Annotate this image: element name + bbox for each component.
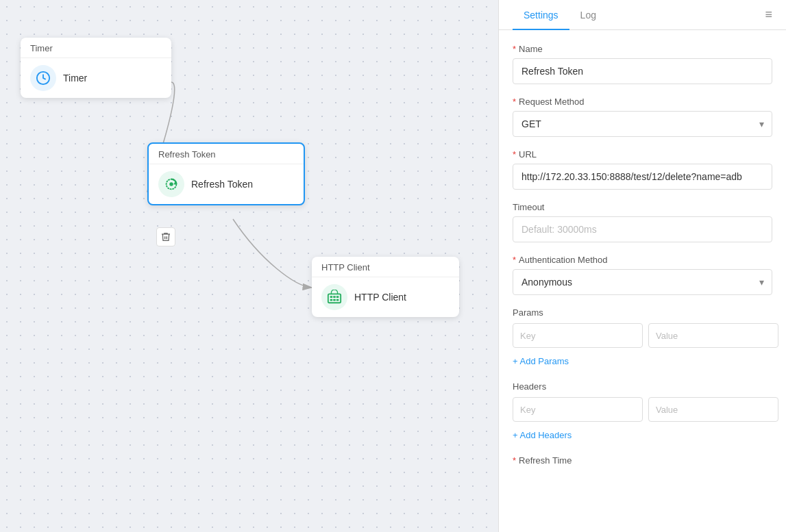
http-icon: [321, 284, 347, 310]
right-panel: Settings Log ≡ * Name * Request Method G…: [498, 0, 786, 532]
headers-label: Headers: [513, 381, 772, 392]
request-method-select[interactable]: GET POST PUT DELETE PATCH: [513, 111, 772, 137]
auth-method-label: * Authentication Method: [513, 255, 772, 265]
refresh-time-field-group: * Refresh Time: [513, 455, 772, 466]
params-value-input[interactable]: [648, 323, 778, 348]
node-refresh-header: Refresh Token: [149, 144, 304, 164]
node-timer-label: Timer: [63, 73, 87, 84]
svg-rect-7: [336, 296, 339, 298]
svg-rect-9: [333, 299, 336, 301]
auth-method-field-group: * Authentication Method Anonymous Basic …: [513, 255, 772, 295]
add-params-button[interactable]: + Add Params: [513, 353, 772, 369]
params-label: Params: [513, 307, 772, 318]
name-field-group: * Name: [513, 44, 772, 84]
svg-rect-6: [333, 296, 336, 298]
node-http-header: HTTP Client: [312, 257, 459, 277]
request-method-label: * Request Method: [513, 97, 772, 107]
svg-rect-4: [328, 294, 341, 303]
url-field-group: * URL: [513, 149, 772, 190]
auth-method-select[interactable]: Anonymous Basic Auth Bearer Token OAuth2: [513, 269, 772, 295]
params-row: [513, 323, 772, 348]
request-method-field-group: * Request Method GET POST PUT DELETE PAT…: [513, 97, 772, 137]
node-refresh-token[interactable]: Refresh Token Refresh Token: [147, 142, 305, 205]
params-key-input[interactable]: [513, 323, 643, 348]
refresh-icon: [158, 171, 184, 197]
canvas-area: Timer Timer Refresh Token Ref: [0, 0, 498, 532]
headers-field-group: Headers + Add Headers: [513, 381, 772, 443]
node-http-client[interactable]: HTTP Client HTTP Client: [312, 257, 459, 317]
name-input[interactable]: [513, 58, 772, 84]
params-field-group: Params + Add Params: [513, 307, 772, 369]
svg-rect-10: [336, 299, 339, 301]
url-input[interactable]: [513, 164, 772, 190]
timeout-input[interactable]: [513, 216, 772, 242]
node-timer[interactable]: Timer Timer: [21, 38, 171, 98]
url-label: * URL: [513, 149, 772, 160]
panel-tabs: Settings Log ≡: [499, 0, 786, 30]
delete-node-button[interactable]: [156, 227, 175, 246]
refresh-time-label: * Refresh Time: [513, 455, 772, 466]
panel-content: * Name * Request Method GET POST PUT DEL…: [499, 30, 786, 532]
timer-icon: [30, 65, 56, 91]
node-refresh-label: Refresh Token: [191, 179, 253, 190]
timeout-label: Timeout: [513, 202, 772, 212]
node-http-label: HTTP Client: [354, 292, 406, 303]
node-timer-header: Timer: [21, 38, 171, 58]
headers-row: [513, 397, 772, 422]
svg-rect-8: [330, 299, 333, 301]
svg-rect-5: [330, 296, 333, 298]
name-label: * Name: [513, 44, 772, 54]
tab-log[interactable]: Log: [569, 0, 607, 30]
timeout-field-group: Timeout: [513, 202, 772, 242]
svg-point-3: [169, 182, 173, 186]
headers-key-input[interactable]: [513, 397, 643, 422]
tab-settings[interactable]: Settings: [513, 0, 569, 30]
headers-value-input[interactable]: [648, 397, 778, 422]
add-headers-button[interactable]: + Add Headers: [513, 427, 772, 443]
request-method-select-wrapper: GET POST PUT DELETE PATCH: [513, 111, 772, 137]
auth-method-select-wrapper: Anonymous Basic Auth Bearer Token OAuth2: [513, 269, 772, 295]
panel-menu-icon[interactable]: ≡: [765, 8, 772, 22]
